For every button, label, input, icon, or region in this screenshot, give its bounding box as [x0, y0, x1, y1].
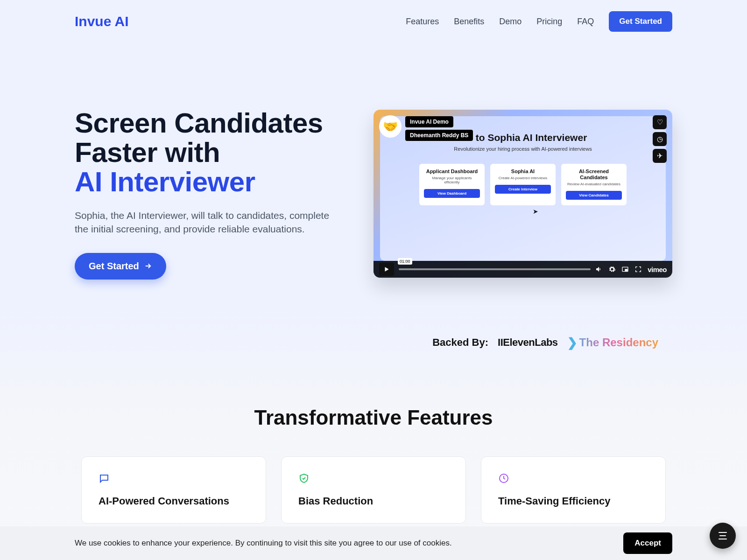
features-section: Transformative Features AI-Powered Conve… [75, 406, 672, 524]
video-author-badge: Dheemanth Reddy BS [405, 130, 473, 141]
feature-title: Time-Saving Efficiency [498, 495, 648, 507]
nav-link-benefits[interactable]: Benefits [454, 17, 484, 27]
video-controls: 01:00 vimeo [374, 261, 672, 278]
video-player[interactable]: me to Sophia AI Interviewer Revolutioniz… [374, 110, 672, 278]
video-card-title: Applicant Dashboard [424, 168, 480, 175]
video-card-btn: Create Interview [495, 185, 551, 194]
svg-rect-1 [625, 269, 627, 271]
vimeo-logo[interactable]: vimeo [648, 266, 667, 273]
control-icons: vimeo [595, 266, 667, 273]
nav-links: Features Benefits Demo Pricing FAQ Get S… [406, 11, 672, 32]
elevenlabs-logo: IIElevenLabs [498, 336, 558, 349]
heart-icon[interactable]: ♡ [653, 115, 667, 129]
video-slide-title: me to Sophia AI Interviewer [459, 132, 587, 143]
cookie-accept-button[interactable]: Accept [623, 532, 672, 554]
hero-title-plain: Screen Candidates Faster with [75, 107, 323, 168]
nav-link-features[interactable]: Features [406, 17, 439, 27]
video-badges: 🤝 Invue AI Demo Dheemanth Reddy BS [379, 115, 473, 141]
fullscreen-icon[interactable] [634, 266, 642, 273]
hero-subtitle: Sophia, the AI Interviewer, will talk to… [75, 209, 336, 236]
video-card-btn: View Candidates [566, 191, 622, 200]
clock-icon[interactable]: ◷ [653, 132, 667, 146]
hero-get-started-button[interactable]: Get Started [75, 253, 166, 280]
video-card-sophia: Sophia AI Create AI-powered interviews C… [490, 164, 556, 205]
feature-card-conversations: AI-Powered Conversations [81, 456, 266, 524]
feature-card-bias: Bias Reduction [281, 456, 466, 524]
hero-cta-label: Get Started [89, 261, 139, 272]
wing-icon: ❯ [567, 336, 578, 350]
video-card-sub: Create AI-powered interviews [495, 176, 551, 180]
backed-by: Backed By: IIElevenLabs ❯ The Residency [75, 336, 672, 350]
progress-bar[interactable]: 01:00 [399, 268, 591, 270]
video-cards: Applicant Dashboard Manage your applican… [419, 164, 627, 205]
video-side-icons: ♡ ◷ ✈ [653, 115, 667, 163]
clock-outline-icon [498, 473, 509, 484]
feature-title: Bias Reduction [298, 495, 449, 507]
time-label: 01:00 [398, 258, 412, 265]
hero-text: Screen Candidates Faster with AI Intervi… [75, 108, 345, 280]
feature-cards: AI-Powered Conversations Bias Reduction … [75, 456, 672, 524]
hero-title-accent: AI Interviewer [75, 166, 255, 197]
video-card-screened: AI-Screened Candidates Review AI-evaluat… [561, 164, 627, 205]
nav-link-demo[interactable]: Demo [499, 17, 521, 27]
gear-icon[interactable] [608, 266, 616, 273]
pip-icon[interactable] [621, 266, 629, 273]
nav-link-faq[interactable]: FAQ [577, 17, 594, 27]
volume-icon[interactable] [595, 266, 603, 273]
features-heading: Transformative Features [75, 406, 672, 429]
video-card-dashboard: Applicant Dashboard Manage your applican… [419, 164, 485, 205]
share-icon[interactable]: ✈ [653, 149, 667, 163]
top-nav: Invue AI Features Benefits Demo Pricing … [75, 0, 672, 43]
video-card-sub: Review AI-evaluated candidates [566, 182, 622, 186]
handshake-icon: 🤝 [379, 115, 402, 138]
nav-get-started-button[interactable]: Get Started [609, 11, 672, 32]
play-button[interactable] [379, 263, 394, 276]
backed-by-label: Backed By: [432, 336, 488, 349]
cookie-banner: We use cookies to enhance your experienc… [0, 526, 747, 560]
video-title-badge: Invue AI Demo [405, 116, 453, 127]
feature-title: AI-Powered Conversations [99, 495, 249, 507]
residency-text: The Residency [579, 336, 658, 349]
chat-icon [99, 473, 110, 484]
menu-icon [719, 532, 727, 539]
video-card-sub: Manage your applicants efficiently [424, 176, 480, 184]
video-slide-subtitle: Revolutionize your hiring process with A… [454, 146, 592, 152]
video-card-btn: View Dashboard [424, 189, 480, 198]
play-icon [383, 266, 390, 273]
shield-check-icon [298, 473, 310, 484]
nav-link-pricing[interactable]: Pricing [536, 17, 562, 27]
hero-title: Screen Candidates Faster with AI Intervi… [75, 108, 345, 196]
hero-video-wrap: me to Sophia AI Interviewer Revolutioniz… [374, 110, 672, 278]
cursor-icon: ➤ [533, 208, 538, 215]
residency-logo: ❯ The Residency [567, 336, 658, 350]
logo[interactable]: Invue AI [75, 14, 129, 29]
video-card-title: AI-Screened Candidates [566, 168, 622, 180]
arrow-right-icon [144, 262, 152, 270]
feature-card-time: Time-Saving Efficiency [481, 456, 666, 524]
menu-fab-button[interactable] [710, 523, 736, 549]
video-card-title: Sophia AI [495, 168, 551, 175]
cookie-text: We use cookies to enhance your experienc… [75, 539, 452, 548]
hero-section: Screen Candidates Faster with AI Intervi… [75, 43, 672, 317]
